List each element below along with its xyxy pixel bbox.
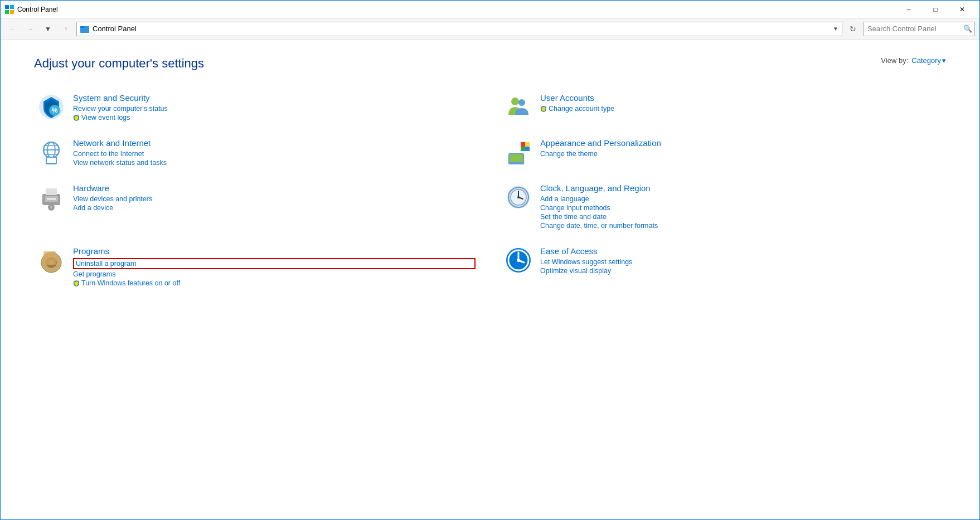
- view-devices-link[interactable]: View devices and printers: [73, 195, 476, 203]
- category-clock-language: Clock, Language, and Region Add a langua…: [501, 178, 946, 235]
- forward-button[interactable]: →: [23, 22, 37, 36]
- svg-rect-42: [43, 251, 56, 265]
- clock-language-title[interactable]: Clock, Language, and Region: [540, 183, 651, 193]
- svg-rect-26: [46, 188, 57, 195]
- change-input-methods-link[interactable]: Change input methods: [540, 204, 943, 212]
- forward-icon: →: [27, 25, 33, 33]
- svg-text:%: %: [52, 106, 58, 114]
- appearance-links: Change the theme: [540, 150, 943, 158]
- svg-point-36: [517, 196, 520, 198]
- page-header: Adjust your computer's settings View by:…: [34, 56, 946, 71]
- category-user-accounts: User Accounts Change account type: [501, 88, 946, 127]
- minimize-icon: [906, 6, 910, 13]
- svg-rect-23: [525, 147, 530, 151]
- minimize-button[interactable]: [896, 1, 921, 18]
- programs-links: Uninstall a program Get programs Turn Wi…: [73, 258, 476, 287]
- set-time-date-link[interactable]: Set the time and date: [540, 213, 943, 221]
- close-button[interactable]: [949, 1, 975, 18]
- svg-rect-21: [525, 142, 530, 147]
- shield-icon: [73, 114, 80, 121]
- network-internet-links: Connect to the Internet View network sta…: [73, 150, 476, 167]
- svg-point-10: [518, 99, 525, 106]
- change-theme-link[interactable]: Change the theme: [540, 150, 943, 158]
- view-network-status-link[interactable]: View network status and tasks: [73, 159, 476, 167]
- ease-of-access-title[interactable]: Ease of Access: [540, 246, 598, 256]
- svg-rect-22: [521, 147, 525, 151]
- system-security-links: Review your computer's status View event…: [73, 105, 476, 122]
- up-icon: ↑: [64, 25, 67, 33]
- search-box[interactable]: 🔍: [863, 22, 975, 36]
- back-icon: ←: [9, 25, 16, 33]
- category-hardware: Hardware View devices and printers Add a…: [34, 178, 479, 235]
- optimize-visual-display-link[interactable]: Optimize visual display: [540, 267, 943, 275]
- window-title: Control Panel: [17, 6, 896, 13]
- network-internet-icon: [37, 138, 65, 166]
- svg-rect-3: [10, 10, 14, 14]
- hardware-icon: [37, 183, 65, 211]
- svg-point-9: [511, 98, 519, 105]
- system-security-content: System and Security Review your computer…: [73, 93, 476, 122]
- system-security-icon: %: [37, 93, 65, 121]
- up-button[interactable]: ↑: [59, 22, 73, 36]
- refresh-button[interactable]: ↻: [846, 22, 860, 36]
- refresh-icon: ↻: [850, 25, 856, 33]
- change-date-formats-link[interactable]: Change date, time, or number formats: [540, 222, 943, 230]
- programs-icon: [37, 246, 65, 274]
- title-bar: Control Panel: [1, 1, 979, 18]
- path-icon: [80, 25, 89, 33]
- hardware-links: View devices and printers Add a device: [73, 195, 476, 212]
- let-windows-suggest-link[interactable]: Let Windows suggest settings: [540, 258, 943, 266]
- add-device-link[interactable]: Add a device: [73, 204, 476, 212]
- clock-language-icon: [504, 183, 532, 211]
- svg-rect-2: [5, 10, 9, 14]
- shield-icon-2: [540, 105, 547, 112]
- svg-rect-1: [10, 5, 14, 9]
- view-event-logs-link[interactable]: View event logs: [73, 114, 476, 122]
- programs-title[interactable]: Programs: [73, 246, 109, 256]
- close-icon: [959, 6, 965, 13]
- uninstall-program-link[interactable]: Uninstall a program: [73, 258, 476, 269]
- content-area: Adjust your computer's settings View by:…: [1, 40, 979, 519]
- ease-of-access-icon: [504, 246, 532, 274]
- network-internet-title[interactable]: Network and Internet: [73, 138, 151, 148]
- appearance-icon: [504, 138, 532, 166]
- hardware-content: Hardware View devices and printers Add a…: [73, 183, 476, 212]
- add-language-link[interactable]: Add a language: [540, 195, 943, 203]
- user-accounts-icon: [504, 93, 532, 121]
- turn-windows-features-link[interactable]: Turn Windows features on or off: [73, 279, 476, 287]
- user-accounts-content: User Accounts Change account type: [540, 93, 943, 113]
- connect-internet-link[interactable]: Connect to the Internet: [73, 150, 476, 158]
- maximize-button[interactable]: [923, 1, 948, 18]
- categories-grid: % System and Security Review your comput…: [34, 88, 946, 293]
- view-by-chevron-icon: ▾: [942, 56, 946, 65]
- svg-rect-19: [510, 154, 523, 162]
- view-by-control: View by: Category ▾: [881, 56, 946, 65]
- hardware-title[interactable]: Hardware: [73, 183, 109, 193]
- network-internet-content: Network and Internet Connect to the Inte…: [73, 138, 476, 167]
- recent-locations-button[interactable]: ▼: [41, 22, 55, 36]
- category-network-internet: Network and Internet Connect to the Inte…: [34, 133, 479, 172]
- address-bar: ← → ▼ ↑ Control Panel ▼ ↻ 🔍: [1, 18, 979, 40]
- clock-language-links: Add a language Change input methods Set …: [540, 195, 943, 230]
- clock-language-content: Clock, Language, and Region Add a langua…: [540, 183, 943, 230]
- svg-rect-20: [521, 142, 525, 147]
- svg-rect-17: [47, 158, 56, 163]
- window-controls: [896, 1, 975, 18]
- maximize-icon: [933, 6, 937, 13]
- address-path: Control Panel: [93, 25, 829, 33]
- address-input[interactable]: Control Panel ▼: [76, 22, 842, 36]
- page-title: Adjust your computer's settings: [34, 56, 204, 71]
- back-button[interactable]: ←: [5, 22, 20, 36]
- system-security-title[interactable]: System and Security: [73, 93, 150, 103]
- search-icon: 🔍: [963, 25, 972, 33]
- appearance-content: Appearance and Personalization Change th…: [540, 138, 943, 158]
- get-programs-link[interactable]: Get programs: [73, 270, 476, 278]
- address-chevron-icon: ▼: [833, 26, 838, 32]
- user-accounts-title[interactable]: User Accounts: [540, 93, 594, 103]
- view-by-dropdown[interactable]: Category ▾: [911, 56, 946, 65]
- search-input[interactable]: [867, 25, 961, 33]
- appearance-title[interactable]: Appearance and Personalization: [540, 138, 661, 148]
- review-computer-status-link[interactable]: Review your computer's status: [73, 105, 476, 113]
- view-by-label: View by:: [881, 56, 908, 65]
- change-account-type-link[interactable]: Change account type: [540, 105, 943, 113]
